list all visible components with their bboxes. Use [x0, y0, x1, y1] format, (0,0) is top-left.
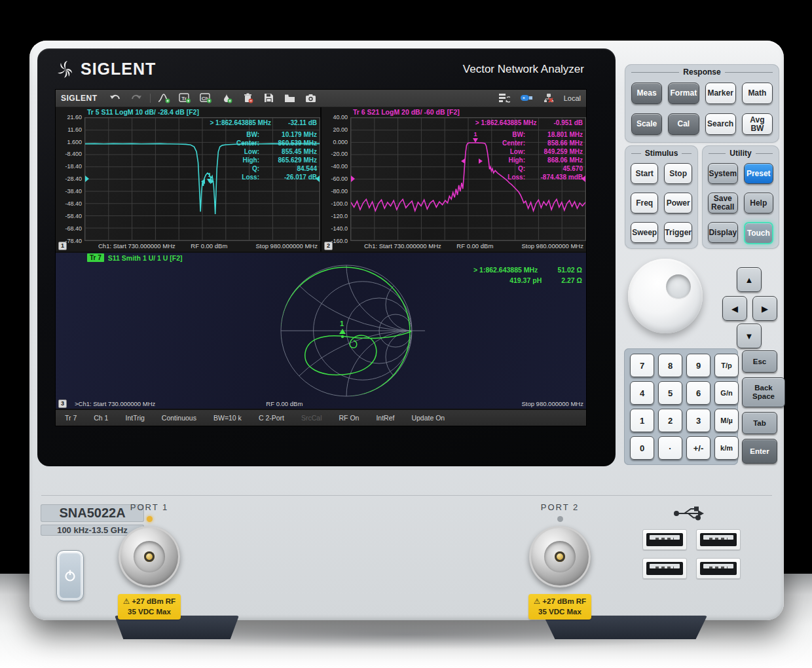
tr6-start-freq[interactable]: Ch1: Start 730.000000 MHz [364, 242, 441, 250]
stimulus-power-button[interactable]: Power [664, 193, 692, 213]
tr7-rf-power[interactable]: RF 0.00 dBm [266, 400, 303, 407]
tr7-active-tab[interactable]: Tr 7 [87, 253, 104, 262]
response-scale-button[interactable]: Scale [631, 113, 662, 135]
add-channel-icon[interactable]: Ch [199, 92, 213, 104]
utility-system-button[interactable]: System [708, 163, 738, 184]
keypad-key-g-n[interactable]: G/n [714, 381, 739, 405]
keypad-key-4[interactable]: 4 [630, 381, 654, 405]
back-space-key[interactable]: Back Space [742, 377, 785, 407]
response-meas-button[interactable]: Meas [631, 83, 662, 104]
tr7-stop-freq[interactable]: Stop 980.000000 MHz [521, 400, 583, 407]
status-item-rf-on[interactable]: RF On [339, 414, 359, 422]
tr6-rf-power[interactable]: RF 0.00 dBm [456, 242, 493, 250]
keypad-key-8[interactable]: 8 [658, 354, 682, 377]
screenshot-icon[interactable] [304, 92, 318, 104]
arrow-down-key[interactable]: ▼ [737, 324, 762, 348]
response-avg-bw-button[interactable]: Avg BW [742, 113, 773, 135]
utility-help-button[interactable]: Help [744, 193, 774, 213]
status-item-update-on[interactable]: Update On [411, 414, 445, 422]
keypad-key-6[interactable]: 6 [686, 381, 710, 405]
lcd-screen[interactable]: SIGLENT TrCh Local Tr 5 S11 LogM 10 dB/ … [56, 90, 586, 426]
svg-text:1: 1 [340, 320, 344, 327]
local-mode-label: Local [564, 94, 581, 102]
add-marker-icon[interactable] [220, 92, 234, 104]
keypad-key-3[interactable]: 3 [686, 409, 710, 432]
add-peak-search-icon[interactable] [157, 92, 172, 104]
stimulus-trigger-button[interactable]: Trigger [664, 222, 692, 243]
window-layout-icon[interactable] [497, 92, 511, 104]
status-item-inttrig[interactable]: IntTrig [125, 414, 144, 422]
status-item-c-2-port[interactable]: C 2-Port [259, 414, 284, 422]
tr6-trace-label[interactable]: Tr 6 S21 LogM 20 dB/ -60 dB [F2] [353, 108, 460, 116]
tr6-stop-freq[interactable]: Stop 980.000000 MHz [521, 242, 583, 250]
window-tr7-s11-smith[interactable]: Tr 7 S11 Smith 1 U/ 1 U [F2] [56, 253, 586, 409]
keypad-key-2[interactable]: 2 [658, 409, 682, 432]
status-item-continuous[interactable]: Continuous [162, 414, 196, 422]
lan-error-icon[interactable] [542, 92, 556, 104]
status-item-tr-7[interactable]: Tr 7 [65, 414, 77, 422]
window-tr6-s21-logm[interactable]: Tr 6 S21 LogM 20 dB/ -60 dB [F2] 40.0020… [322, 107, 586, 251]
keypad-key-1[interactable]: 1 [630, 409, 654, 432]
esc-key[interactable]: Esc [742, 350, 777, 373]
stimulus-sweep-button[interactable]: Sweep [631, 222, 658, 243]
utility-touch-button[interactable]: Touch [744, 222, 774, 244]
keypad-key-0[interactable]: 0 [630, 436, 654, 460]
response-math-button[interactable]: Math [742, 83, 773, 104]
response-marker-button[interactable]: Marker [705, 83, 736, 104]
keypad-key-k-m[interactable]: k/m [714, 436, 739, 460]
keypad-key-5[interactable]: 5 [658, 381, 682, 405]
arrow-up-key[interactable]: ▲ [737, 267, 762, 292]
tr7-trace-label[interactable]: S11 Smith 1 U/ 1 U [F2] [108, 254, 183, 262]
tab-key[interactable]: Tab [742, 412, 777, 434]
stat-value: 849.259 MHz [532, 148, 583, 155]
rotary-knob[interactable] [628, 259, 703, 333]
tr5-plot-area[interactable]: > 1:862.643885 MHz -32.11 dB BW:10.179 M… [84, 117, 320, 241]
delete-icon[interactable] [241, 92, 255, 104]
open-file-icon[interactable] [283, 92, 297, 104]
keypad-key-m[interactable]: M/µ [714, 409, 739, 432]
utility-display-button[interactable]: Display [708, 222, 738, 243]
enter-key[interactable]: Enter [742, 439, 777, 464]
keypad-key-9[interactable]: 9 [686, 354, 710, 377]
save-icon[interactable] [262, 92, 276, 104]
stimulus-start-button[interactable]: Start [631, 163, 658, 184]
tr5-start-freq[interactable]: Ch1: Start 730.000000 MHz [98, 242, 175, 250]
status-item-bw-10-k[interactable]: BW=10 k [213, 414, 242, 422]
tr7-start-freq[interactable]: >Ch1: Start 730.000000 MHz [75, 400, 155, 407]
status-item-ch-1[interactable]: Ch 1 [94, 414, 108, 422]
arrow-left-key[interactable]: ◀ [722, 296, 747, 321]
add-trace-icon[interactable]: Tr [178, 92, 193, 104]
utility-save-recall-button[interactable]: Save Recall [708, 193, 738, 213]
status-bar: Tr 7Ch 1IntTrigContinuousBW=10 kC 2-Port… [56, 410, 586, 426]
keypad-key-dot[interactable]: +/- [686, 436, 710, 460]
window-tr5-s11-logm[interactable]: Tr 5 S11 LogM 10 dB/ -28.4 dB [F2] 21.60… [56, 107, 320, 251]
tr6-plot-area[interactable]: > 1:862.643885 MHz -0.951 dB BW:18.801 M… [350, 117, 586, 241]
smith-chart-area[interactable]: 1 > 1:862.643885 MHz 51.02 Ω 419.37 pH 2… [56, 263, 586, 399]
status-item-intref[interactable]: IntRef [376, 414, 394, 422]
status-item-srccal[interactable]: SrcCal [301, 414, 322, 422]
redo-icon[interactable] [129, 92, 143, 104]
tr5-trace-label[interactable]: Tr 5 S11 LogM 10 dB/ -28.4 dB [F2] [87, 108, 199, 116]
stimulus-group: Stimulus StartStopFreqPowerSweepTrigger [625, 145, 698, 249]
response-cal-button[interactable]: Cal [668, 113, 699, 135]
stimulus-stop-button[interactable]: Stop [664, 163, 692, 184]
arrow-right-key[interactable]: ▶ [752, 296, 777, 321]
utility-preset-button[interactable]: Preset [744, 163, 774, 184]
device-title: Vector Network Analyzer [463, 63, 584, 76]
stimulus-freq-button[interactable]: Freq [631, 193, 658, 213]
tr5-rf-power[interactable]: RF 0.00 dBm [191, 242, 227, 250]
keypad-key-7[interactable]: 7 [630, 354, 654, 377]
toolbar-separator [150, 94, 151, 103]
stat-value: 45.670 [532, 165, 583, 172]
y-tick-label: 40.00 [333, 114, 348, 121]
tr5-stop-freq[interactable]: Stop 980.000000 MHz [255, 242, 318, 250]
response-group: Response MeasFormatMarkerMathScaleCalSea… [625, 64, 779, 143]
response-search-button[interactable]: Search [705, 113, 736, 135]
undo-icon[interactable] [108, 92, 122, 104]
usb-device-icon[interactable] [519, 92, 534, 104]
keypad-key-t-p[interactable]: T/p [714, 354, 739, 377]
tr7-marker-readout: > 1:862.643885 MHz 51.02 Ω 419.37 pH 2.2… [473, 266, 582, 287]
power-button[interactable] [56, 550, 84, 601]
keypad-key-dot[interactable]: · [658, 436, 682, 460]
response-format-button[interactable]: Format [668, 83, 699, 104]
